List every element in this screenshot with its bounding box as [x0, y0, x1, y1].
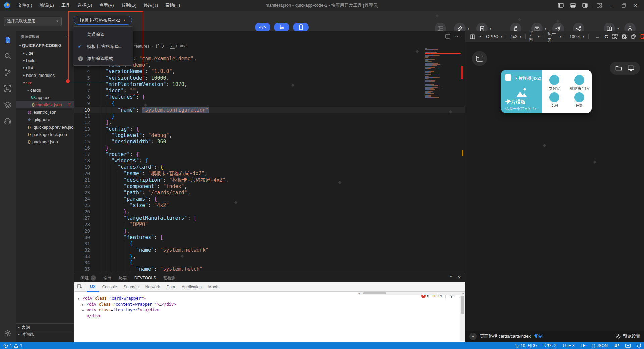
inspect-element-icon[interactable]	[77, 284, 82, 289]
tree-item-cards[interactable]: ▸cards	[16, 86, 74, 94]
open-folder-icon[interactable]	[615, 65, 622, 71]
panel-close-icon[interactable]: ✕	[458, 275, 461, 280]
close-button[interactable]: ✕	[631, 1, 641, 10]
devtools-tab-Data[interactable]: Data	[163, 282, 178, 292]
devtools-tab-Mock[interactable]: Mock	[205, 282, 221, 292]
toggle-right-panel-icon[interactable]	[580, 1, 590, 10]
devtools-tab-Network[interactable]: Network	[142, 282, 163, 292]
encoding[interactable]: UTF-8	[562, 343, 574, 348]
menu-查看(V)[interactable]: 查看(V)	[96, 1, 117, 10]
devtools-tab-Sources[interactable]: Sources	[120, 282, 142, 292]
device-select[interactable]: OPPO▼	[486, 34, 503, 39]
devtools-tab-Application[interactable]: Application	[178, 282, 205, 292]
customize-layout-icon[interactable]	[594, 1, 604, 10]
code-editor[interactable]: ⋯ features›{} 0›abc name 1{2"package": "…	[74, 31, 465, 273]
split-editor-icon[interactable]	[445, 34, 450, 39]
card-grid-item-支付宝[interactable]: 支付宝	[549, 75, 560, 91]
compile-mode-button[interactable]: 模板卡-宫格布局-4x2 ▲	[74, 16, 132, 25]
compile-mode-option[interactable]: 普通编译	[73, 29, 133, 41]
eol-sequence[interactable]: LF	[581, 343, 586, 348]
panel-tab-终端[interactable]: 终端	[119, 273, 127, 282]
qr-code-icon[interactable]	[612, 34, 618, 39]
menu-编辑(E)[interactable]: 编辑(E)	[37, 1, 57, 10]
zoom-select[interactable]: 100%▼	[569, 34, 585, 39]
dom-tree-row[interactable]: ▶<div class="top-layer">…</div>	[78, 307, 176, 313]
menu-工具[interactable]: 工具	[58, 1, 73, 10]
menu-选择(S)[interactable]: 选择(S)	[74, 1, 95, 10]
test-report-icon[interactable]	[622, 34, 627, 39]
rotate-screen-icon[interactable]	[631, 34, 636, 39]
menu-终端(T)[interactable]: 终端(T)	[141, 1, 161, 10]
dom-tree-row[interactable]: </div>	[78, 313, 176, 319]
activity-headset-icon[interactable]	[4, 117, 11, 125]
language-mode[interactable]: { } JSON	[591, 343, 608, 348]
elements-tree[interactable]: ▼<div class="card-wrapper">▶<div class="…	[78, 296, 176, 319]
devtools-horizontal-scrollbar[interactable]: ◀▶	[358, 292, 465, 295]
editor-more-actions-icon[interactable]: ⋯	[455, 34, 460, 39]
notifications-bell-icon[interactable]	[637, 343, 641, 348]
feedback-icon[interactable]	[614, 343, 619, 348]
tree-item-.gitignore[interactable]: ◆.gitignore	[16, 116, 74, 123]
toggle-left-panel-icon[interactable]	[556, 1, 566, 10]
activity-search-icon[interactable]	[4, 52, 11, 60]
card-grid-item-文档[interactable]: 文档	[549, 92, 559, 108]
devtools-tab-UX[interactable]: UX	[87, 282, 99, 292]
tree-item-.quickapp.preview.json[interactable]: {}.quickapp.preview.json	[16, 123, 74, 131]
devtools-tab-Console[interactable]: Console	[99, 282, 120, 292]
card-grid-item-微信乘车码[interactable]: 微信乘车码	[570, 75, 589, 91]
breadcrumb-item[interactable]: {} 0	[155, 44, 164, 49]
refresh-icon[interactable]: C	[604, 34, 608, 39]
compile-mode-option[interactable]: ✔模板卡-宫格布局...	[73, 41, 133, 53]
compile-mode-option[interactable]: +添加编译模式	[73, 53, 133, 65]
problems-warning-icon[interactable]	[14, 343, 18, 348]
restore-button[interactable]	[619, 1, 629, 10]
toggle-bottom-panel-icon[interactable]	[568, 1, 578, 10]
activity-frame-icon[interactable]	[4, 85, 11, 92]
tree-item-build[interactable]: ▸build	[16, 57, 74, 64]
mail-icon[interactable]	[625, 344, 631, 348]
minimize-button[interactable]: —	[606, 1, 616, 10]
panel-maximize-icon[interactable]: ⌃	[449, 275, 453, 280]
activity-files-icon[interactable]	[4, 36, 11, 44]
problems-error-icon[interactable]	[3, 343, 8, 348]
screen-select[interactable]: 负一屏▼	[547, 31, 562, 43]
preview-settings-gear-icon[interactable]	[615, 334, 621, 339]
card-size-select[interactable]: 4x2▼	[510, 34, 522, 39]
back-icon[interactable]: ←	[595, 34, 600, 40]
tree-item-QUICKAPP-CODE-2[interactable]: ▾QUICKAPP-CODE-2	[16, 42, 74, 49]
tree-item-app.ux[interactable]: UXapp.ux	[16, 94, 74, 101]
linked-quickapp-select[interactable]: 选择关联快应用 ▼	[4, 17, 62, 26]
tree-item-package.json[interactable]: {}package.json	[16, 138, 74, 145]
tree-item-node_modules[interactable]: ▸node_modules	[16, 71, 74, 79]
menu-帮助(H)[interactable]: 帮助(H)	[162, 1, 183, 10]
device-error-icon[interactable]	[640, 34, 644, 39]
mode-select[interactable]: 手机▼	[529, 31, 540, 43]
dom-tree-row[interactable]: ▶<div class="content-wrapper ">…</div>	[78, 302, 176, 308]
panel-tab-输出[interactable]: 输出	[103, 273, 111, 282]
dom-tree-row[interactable]: ▼<div class="card-wrapper">	[78, 296, 176, 302]
card-panel-toggle-button[interactable]	[472, 51, 487, 66]
activity-layers-icon[interactable]	[4, 101, 11, 109]
panel-tab-DEVTOOLS[interactable]: DEVTOOLS	[134, 273, 156, 282]
minimap[interactable]	[425, 48, 461, 102]
tree-item-.ide[interactable]: ▸.ide	[16, 49, 74, 57]
preview-settings-label[interactable]: 预览设置	[623, 333, 640, 339]
card-checkbox[interactable]	[505, 74, 511, 81]
more-actions-icon[interactable]: ⋯	[66, 35, 70, 39]
breadcrumb-item[interactable]: features	[134, 44, 149, 49]
breadcrumb-item[interactable]: abc name	[170, 44, 187, 49]
activity-source-control-icon[interactable]	[4, 68, 11, 77]
menu-转到(G)[interactable]: 转到(G)	[118, 1, 140, 10]
indentation[interactable]: 空格: 2	[543, 343, 556, 349]
tree-item-package-lock.json[interactable]: {}package-lock.json	[16, 131, 74, 138]
card-grid-item-还款[interactable]: 还款	[574, 92, 584, 108]
collapse-path-icon[interactable]: ∧	[469, 333, 477, 340]
copy-path-link[interactable]: 复制	[534, 333, 543, 339]
menu-文件(F)[interactable]: 文件(F)	[15, 1, 35, 10]
outline-section[interactable]: ▸ 大纲	[16, 323, 74, 331]
panel-tab-预检测[interactable]: 预检测	[163, 273, 175, 282]
card-preview[interactable]: 卡片模板(4x2) 卡片模板 这是一个官方的 4x... 支付宝微信乘车码文档还…	[501, 70, 592, 113]
activity-gear-icon[interactable]	[4, 330, 11, 337]
screen-mirror-icon[interactable]	[628, 65, 634, 71]
tree-item-.eslintrc.json[interactable]: ◎.eslintrc.json	[16, 108, 74, 116]
